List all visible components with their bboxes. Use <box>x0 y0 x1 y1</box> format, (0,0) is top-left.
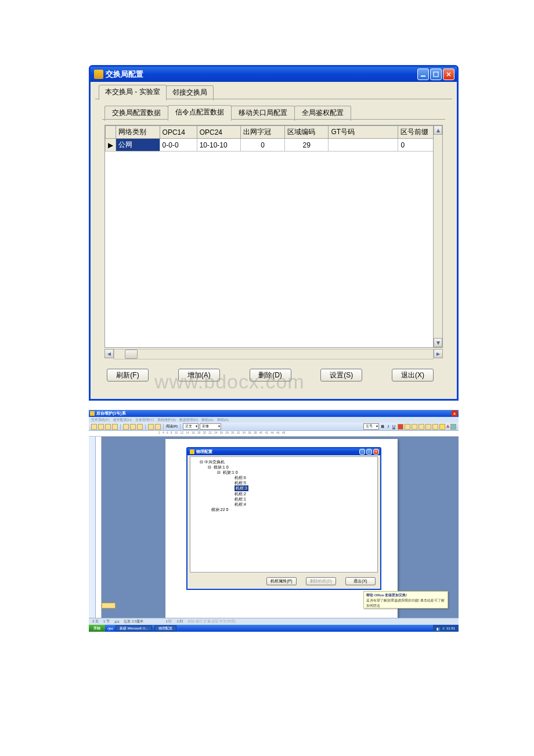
view-buttons[interactable] <box>102 603 116 609</box>
menu-item[interactable]: 硬件配置(H) <box>113 417 132 423</box>
scroll-up-button[interactable]: ▴ <box>434 125 442 135</box>
add-button[interactable]: 增加(A) <box>178 369 220 381</box>
taskbar-button[interactable]: 物理配置 <box>154 625 176 631</box>
size-dropdown[interactable]: 五号▾ <box>363 423 379 430</box>
delete-button[interactable]: 删除(D) <box>250 369 291 381</box>
italic-icon[interactable]: I <box>388 424 389 429</box>
cell-network-type[interactable]: 公网 <box>116 139 160 152</box>
delete-frame-button[interactable]: 删除机框(D) <box>306 577 336 585</box>
tray-icon[interactable]: ♬ <box>442 627 445 630</box>
vertical-ruler[interactable] <box>96 437 102 622</box>
toolbar-icon[interactable] <box>155 424 161 430</box>
inner-close-button[interactable]: × <box>373 449 379 455</box>
inner-exit-button[interactable]: 退出(X) <box>345 577 376 585</box>
tree-leaf[interactable]: 机框:4 <box>194 502 374 507</box>
menu-bar[interactable]: 文件系统(F) 硬件配置(H) 业务管理(Y) 系统维护(S) 数据管理(D) … <box>89 417 459 423</box>
scroll-down-button[interactable]: ▾ <box>434 338 442 347</box>
tray-icon[interactable]: ◧ <box>436 627 440 631</box>
horizontal-scrollbar[interactable]: ◂ ▸ <box>104 349 443 359</box>
tree-leaf[interactable]: 机框:5 <box>194 480 374 485</box>
style-dropdown[interactable]: 正文▾ <box>183 423 199 430</box>
col-area-code[interactable]: 区域编码 <box>284 126 329 139</box>
menu-item[interactable]: 帮助(H) <box>201 417 213 423</box>
tree-leaf[interactable]: 机框:6 <box>194 475 374 480</box>
menu-item[interactable]: 系统维护(S) <box>157 417 176 423</box>
inner-titlebar[interactable]: 物理配置 - □ × <box>187 448 380 455</box>
horizontal-ruler[interactable]: 2 4 6 8 10 12 14 16 18 20 22 24 26 28 30… <box>89 431 459 437</box>
outline-pane[interactable] <box>89 437 96 622</box>
tree-node[interactable]: ⊟ 模块:1 0 <box>194 465 374 470</box>
h-scroll-thumb[interactable] <box>125 350 138 359</box>
table-viewport[interactable]: 网络类别 OPC14 OPC24 出网字冠 区域编码 GT号码 区号前缀 ▶ 公… <box>104 125 443 348</box>
close-button[interactable] <box>443 69 454 80</box>
inner-minimize-button[interactable]: - <box>359 449 365 455</box>
tree-node[interactable]: ⊟ 机架:1 0 <box>194 470 374 475</box>
list-icon[interactable] <box>425 424 431 430</box>
titlebar[interactable]: 交换局配置 <box>91 67 457 82</box>
underline-icon[interactable]: U <box>392 424 395 429</box>
col-gt-number[interactable]: GT号码 <box>329 126 398 139</box>
font-a-icon[interactable]: A <box>446 424 449 429</box>
menu-item[interactable]: 数据管理(D) <box>179 417 198 423</box>
align-icon[interactable] <box>405 424 410 430</box>
cell-gt-number[interactable] <box>329 139 398 152</box>
tab-signaling-config[interactable]: 信令点配置数据 <box>168 105 232 120</box>
app-close-button[interactable]: × <box>452 411 457 416</box>
font-dropdown[interactable]: 宋体▾ <box>200 423 221 430</box>
toolbar-icon[interactable] <box>105 424 111 430</box>
tree-leaf-selected[interactable]: 机框:3 <box>194 485 374 491</box>
scroll-left-button[interactable]: ◂ <box>104 349 114 358</box>
col-network-type[interactable]: 网络类别 <box>116 126 160 139</box>
toolbar-icon[interactable] <box>148 424 154 430</box>
help-balloon[interactable]: 帮助 Office 变得更加完美! 是否有望了解故障选进所限的功能! 单击此处可… <box>363 591 448 609</box>
col-opc14[interactable]: OPC14 <box>160 126 197 139</box>
document-area[interactable]: 物理配置 - □ × ⊟ 中兴交换机 ⊟ 模块:1 0 ⊟ 机架:1 0 机框:… <box>102 437 459 622</box>
tree-node[interactable]: 模块:22 0 <box>194 507 374 512</box>
start-button[interactable]: 开始 <box>89 625 105 632</box>
data-grid[interactable]: 网络类别 OPC14 OPC24 出网字冠 区域编码 GT号码 区号前缀 ▶ 公… <box>105 125 442 152</box>
cell-out-prefix[interactable]: 0 <box>241 139 285 152</box>
set-button[interactable]: 设置(S) <box>320 369 362 381</box>
cell-opc24[interactable]: 10-10-10 <box>197 139 241 152</box>
col-out-prefix[interactable]: 出网字冠 <box>241 126 285 139</box>
align-icon[interactable] <box>412 424 417 430</box>
bold-icon[interactable]: B <box>381 424 384 429</box>
exit-button[interactable]: 退出(X) <box>392 369 434 381</box>
font-color-icon[interactable] <box>398 424 403 430</box>
tree-root[interactable]: ⊟ 中兴交换机 <box>194 459 374 465</box>
highlight-icon[interactable] <box>439 424 445 430</box>
cell-area-code[interactable]: 29 <box>284 139 329 152</box>
inner-maximize-button[interactable]: □ <box>366 449 372 455</box>
taskbar-button[interactable]: 新建 Microsoft O... <box>116 625 152 631</box>
list-icon[interactable] <box>432 424 438 430</box>
quicklaunch-icon[interactable]: ✉ <box>110 627 113 631</box>
toolbar[interactable]: 阅读(R) 正文▾ 宋体▾ 五号▾ B I U A <box>89 423 459 431</box>
maximize-button[interactable] <box>430 69 442 80</box>
refresh-button[interactable]: 刷新(F) <box>107 369 149 381</box>
menu-item[interactable]: 帮助(A) <box>217 417 229 423</box>
toolbar-icon[interactable] <box>98 424 104 430</box>
toolbar-icon[interactable] <box>137 424 143 430</box>
scroll-track[interactable] <box>434 135 442 338</box>
tree-leaf[interactable]: 机框:1 <box>194 496 374 502</box>
table-row[interactable]: ▶ 公网 0-0-0 10-10-10 0 29 0 <box>106 139 442 152</box>
toolbar-icon[interactable] <box>130 424 136 430</box>
toolbar-icon[interactable] <box>123 424 129 430</box>
vertical-scrollbar[interactable]: ▴ ▾ <box>433 125 442 347</box>
tab-local-exchange[interactable]: 本交换局 - 实验室 <box>99 85 167 100</box>
toolbar-icon[interactable] <box>112 424 118 430</box>
align-icon[interactable] <box>418 424 424 430</box>
taskbar[interactable]: 开始 ◔ ✉ 新建 Microsoft O... 物理配置 ◧ ♬ 11:31 <box>89 625 459 632</box>
app-titlebar[interactable]: 后台维护(1号)系 × <box>89 410 459 417</box>
toolbar-icon[interactable] <box>91 424 97 430</box>
system-tray[interactable]: ◧ ♬ 11:31 <box>433 625 459 632</box>
minimize-button[interactable] <box>417 69 429 80</box>
menu-item[interactable]: 业务管理(Y) <box>135 417 154 423</box>
tree-leaf[interactable]: 机框:2 <box>194 491 374 496</box>
tree-view[interactable]: ⊟ 中兴交换机 ⊟ 模块:1 0 ⊟ 机架:1 0 机框:6 机框:5 机框:3… <box>190 456 378 573</box>
h-scroll-track[interactable] <box>114 349 434 359</box>
menu-item[interactable]: 文件系统(F) <box>91 417 110 423</box>
toolbar-icon[interactable] <box>450 424 456 430</box>
frame-prop-button[interactable]: 机框属性(P) <box>266 577 297 585</box>
cell-opc14[interactable]: 0-0-0 <box>160 139 197 152</box>
